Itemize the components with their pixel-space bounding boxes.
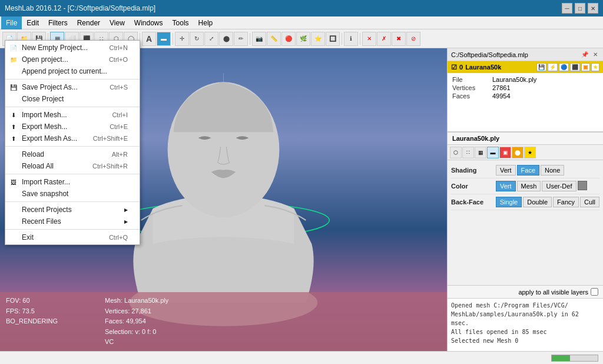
file-prop-label: File [452,76,488,83]
menu-import-raster[interactable]: 🖼 Import Raster... [5,176,140,188]
render-btn-2[interactable]: ∷ [462,147,474,158]
menu-export-mesh-as[interactable]: ⬆ Export Mesh As... Ctrl+Shift+E [5,133,140,144]
toolbar-rect[interactable]: ▬ [157,32,171,46]
sep-6 [5,229,140,230]
menu-recent-files[interactable]: Recent Files [5,216,140,227]
mesh-prop-faces: Faces 49954 [452,92,598,100]
menu-reload[interactable]: Reload Alt+R [5,148,140,160]
render-btn-3[interactable]: ▦ [475,147,486,158]
sep-4 [5,174,140,174]
menu-export-mesh[interactable]: ⬆ Export Mesh... Ctrl+E [5,121,140,133]
toolbar-a[interactable]: A [142,32,156,46]
menu-new-empty-project[interactable]: 📄 New Empty Project... Ctrl+N [5,42,140,54]
toolbar-scale[interactable]: ⤢ [204,32,218,46]
menu-view[interactable]: View [105,16,130,29]
toolbar-b3[interactable]: 🔴 [281,32,296,46]
color-mesh-btn[interactable]: Mesh [517,181,541,191]
toolbar-b2[interactable]: ✏ [234,32,248,46]
render-btn-1[interactable]: ⬡ [450,147,462,158]
status-bar [0,351,603,364]
backface-cull-btn[interactable]: Cull [580,197,599,207]
shading-face-btn[interactable]: Face [517,165,539,176]
color-buttons: Vert Mesh User-Def [496,181,587,191]
open-project-shortcut: Ctrl+O [109,56,128,63]
save-project-icon: 💾 [9,82,18,92]
maximize-button[interactable]: □ [575,3,585,14]
mesh-list-item[interactable]: ☑ 0 Laurana50k 💾 ⚡ 🔵 ⬛ ▣ ★ [448,61,603,73]
separator-3 [173,33,173,45]
pin-icon[interactable]: 📌 [579,51,590,58]
toolbar-snap[interactable]: 📷 [252,32,266,46]
toolbar-b1[interactable]: ⬤ [219,32,233,46]
menu-render[interactable]: Render [72,16,105,29]
menu-import-mesh[interactable]: ⬇ Import Mesh... Ctrl+I [5,109,140,121]
window-controls: ─ □ ✕ [562,3,598,14]
toolbar-measure[interactable]: 📏 [267,32,281,46]
separator-5 [342,33,342,45]
render-btn-5[interactable]: ▣ [499,147,511,158]
menu-close-project[interactable]: Close Project [5,93,140,105]
export-mesh-as-shortcut: Ctrl+Shift+E [93,135,128,142]
mesh-icon-3[interactable]: 🔵 [559,63,569,71]
viewport-info-left: FOV: 60 FPS: 73.5 BO_RENDERING [6,296,58,348]
menu-recent-projects[interactable]: Recent Projects [5,204,140,216]
color-swatch[interactable] [578,181,587,190]
close-panel-icon[interactable]: ✕ [591,51,599,58]
faces-label: Faces: 49,954 [105,316,168,327]
menu-open-project[interactable]: 📁 Open project... Ctrl+O [5,54,140,65]
backface-single-btn[interactable]: Single [496,197,522,207]
menu-save-snapshot[interactable]: Save snapshot [5,188,140,200]
export-mesh-shortcut: Ctrl+E [110,123,128,130]
shading-none-btn[interactable]: None [541,165,564,176]
mesh-icon-6[interactable]: ★ [591,63,599,71]
rendering-label: BO_RENDERING [6,316,58,327]
mesh-icon-2[interactable]: ⚡ [548,63,558,71]
backface-fancy-btn[interactable]: Fancy [553,197,579,207]
recent-projects-label: Recent Projects [22,206,72,214]
file-path-text: C:/Softpedia/Softpedia.mlp [451,51,528,58]
reload-all-icon [9,161,18,171]
menu-reload-all[interactable]: Reload All Ctrl+Shift+R [5,160,140,172]
render-btn-4[interactable]: ▬ [487,147,499,158]
minimize-button[interactable]: ─ [562,3,572,14]
recent-files-icon [9,217,18,226]
selection-label: Selection: v: 0 f: 0 [105,327,168,337]
sep-5 [5,201,140,202]
color-vert-btn[interactable]: Vert [496,181,516,191]
mesh-icon-1[interactable]: 💾 [536,63,546,71]
toolbar-b4[interactable]: 🌿 [296,32,310,46]
close-button[interactable]: ✕ [588,3,598,14]
toolbar-del3[interactable]: ✖ [392,32,406,46]
menu-help[interactable]: Help [194,16,218,29]
color-userdef-btn[interactable]: User-Def [542,181,576,191]
backface-double-btn[interactable]: Double [523,197,552,207]
toolbar-b6[interactable]: 🔲 [326,32,340,46]
menu-exit[interactable]: Exit Ctrl+Q [5,231,140,243]
menu-edit[interactable]: Edit [22,16,44,29]
menu-tools[interactable]: Tools [168,16,194,29]
render-btn-7[interactable]: ★ [524,147,536,158]
mesh-icon-4[interactable]: ⬛ [570,63,580,71]
import-raster-label: Import Raster... [22,178,70,186]
toolbar-b5[interactable]: ⭐ [311,32,325,46]
toolbar-del2[interactable]: ✗ [377,32,391,46]
menu-windows[interactable]: Windows [130,16,168,29]
toolbar-del4[interactable]: ⊘ [406,32,420,46]
toolbar-info[interactable]: ℹ [344,32,358,46]
render-btn-6[interactable]: ⬤ [512,147,524,158]
shading-vert-btn[interactable]: Vert [496,165,516,176]
toolbar-translate[interactable]: ✛ [175,32,189,46]
menu-filters[interactable]: Filters [44,16,72,29]
mesh-visibility-checkbox[interactable]: ☑ [451,64,457,71]
save-snapshot-icon [9,189,18,198]
viewport-info-right: Mesh: Laurana50k.ply Vertices: 27,861 Fa… [105,296,168,348]
import-mesh-shortcut: Ctrl+I [112,111,128,118]
menu-append-project[interactable]: Append project to current... [5,65,140,77]
toolbar-del1[interactable]: ✕ [362,32,376,46]
menu-save-project-as[interactable]: 💾 Save Project As... Ctrl+S [5,81,140,93]
apply-all-checkbox[interactable] [591,288,598,296]
backface-row: Back-Face Single Double Fancy Cull [451,194,599,210]
mesh-icon-5[interactable]: ▣ [581,63,590,71]
menu-file[interactable]: File [1,16,22,29]
toolbar-rotate[interactable]: ↻ [190,32,204,46]
